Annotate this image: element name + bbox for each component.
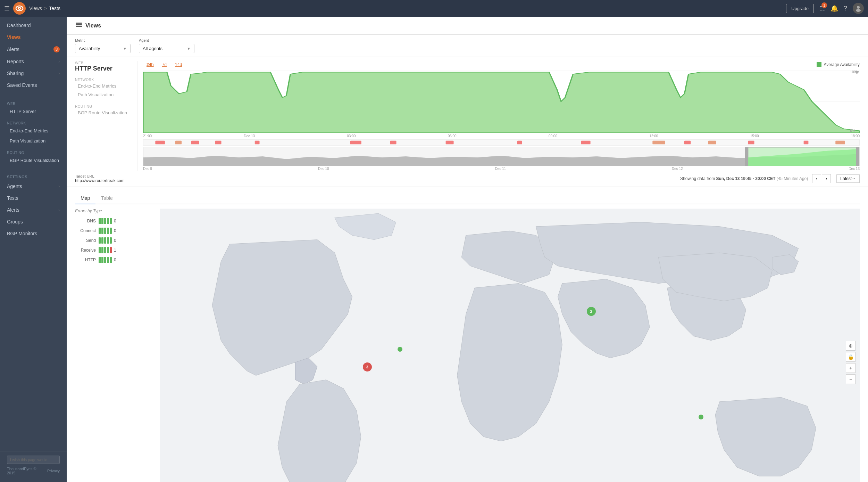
layers-icon [75,21,83,30]
error-bars-connect: 0 [99,228,116,234]
error-count-http: 0 [114,258,116,262]
error-bar [101,228,103,234]
svg-rect-19 [350,141,361,145]
svg-point-4 [857,6,860,9]
end-to-end-link[interactable]: End-to-End Metrics [75,82,132,90]
svg-rect-7 [76,24,82,25]
svg-rect-32 [856,147,859,166]
minimap-dates: Dec 9 Dec 10 Dec 11 Dec 12 Dec 13 [143,167,860,171]
time-btn-14d[interactable]: 14d [172,61,185,68]
svg-rect-26 [708,141,716,145]
error-row-dns: DNS 0 [75,216,151,226]
sidebar-item-tests[interactable]: Tests [0,192,67,204]
time-btn-7d[interactable]: 7d [159,61,170,68]
x-axis-labels: 21:00 Dec 13 03:00 06:00 09:00 12:00 15:… [143,134,860,138]
help-icon[interactable]: ? [844,5,847,12]
tab-table[interactable]: Table [95,193,118,204]
user-avatar[interactable] [853,3,864,14]
privacy-link[interactable]: Privacy [47,469,60,473]
error-name-receive: Receive [75,248,96,253]
agents-chevron-icon: › [58,184,60,188]
error-row-connect: Connect 0 [75,226,151,236]
sidebar: Dashboard Views Alerts 3 Reports › Shari… [0,17,67,482]
sidebar-item-views[interactable]: Views [0,31,67,43]
notification-badge: 1 [821,2,827,8]
svg-rect-29 [835,141,845,145]
chart-next-button[interactable]: › [822,174,831,183]
bell-icon[interactable]: 🔔 [831,5,838,12]
web-section-label: WEB [0,100,67,106]
error-bar [107,237,109,244]
sidebar-item-bgp-monitors[interactable]: BGP Monitors [0,228,67,239]
error-bar [104,247,106,253]
sidebar-item-path-visualization[interactable]: Path Visualization [0,136,67,146]
svg-rect-27 [748,141,754,145]
feedback-input[interactable] [7,456,60,464]
target-url-value: http://www.routerfreak.com [75,178,125,183]
breadcrumb-views[interactable]: Views [29,6,42,11]
agent-dropdown[interactable]: All agents ▼ [139,44,194,53]
map-lock-button[interactable]: 🔒 [846,352,856,362]
data-time-info: Showing data from Sun, Dec 13 19:45 - 20… [680,176,808,181]
error-bar [104,237,106,244]
sidebar-divider-1 [0,96,67,96]
controls-row: Metric Availability ▼ Agent All agents ▼ [67,35,868,57]
metric-dropdown[interactable]: Availability ▼ [75,44,131,53]
sidebar-divider-2 [0,169,67,169]
world-map-svg [160,209,860,482]
map-recenter-button[interactable]: ⊕ [846,341,856,351]
sidebar-item-sharing[interactable]: Sharing › [0,67,67,79]
path-vis-link[interactable]: Path Visualization [75,90,132,99]
time-btn-24h[interactable]: 24h [143,61,157,68]
errors-list: Errors by Type DNS 0 [75,209,151,482]
notifications-icon[interactable]: ☷ 1 [819,5,825,12]
sidebar-item-http-server[interactable]: HTTP Server [0,106,67,116]
sidebar-item-agents[interactable]: Agents › [0,180,67,192]
svg-rect-17 [215,141,221,145]
svg-rect-21 [446,141,454,145]
error-name-connect: Connect [75,228,96,233]
hamburger-icon[interactable]: ☰ [4,5,10,12]
error-bar [107,228,109,234]
sidebar-item-alerts[interactable]: Alerts 3 [0,43,67,56]
tab-map[interactable]: Map [75,193,95,204]
agent-dot-3[interactable]: 3 [363,362,372,371]
errors-title: Errors by Type [75,209,151,213]
svg-rect-25 [684,141,691,145]
error-bar [101,257,103,263]
sidebar-item-dashboard[interactable]: Dashboard [0,19,67,31]
routing-section-header: ROUTING [75,105,132,108]
error-bar [110,228,112,234]
app-logo [13,2,26,15]
target-row: Target URL http://www.routerfreak.com Sh… [67,171,868,187]
network-section-label: NETWORK [0,119,67,126]
page-header: Views [67,17,868,35]
metric-label: Metric [75,38,131,42]
map-zoom-out-button[interactable]: − [846,374,856,384]
latest-button[interactable]: Latest→ [836,174,860,183]
svg-rect-18 [255,141,260,145]
agent-control: Agent All agents ▼ [139,38,194,53]
upgrade-button[interactable]: Upgrade [786,4,814,13]
chart-prev-button[interactable]: ‹ [812,174,821,183]
legend-color-box [817,62,821,67]
bgp-route-link[interactable]: BGP Route Visualization [75,108,132,117]
errors-section: Errors by Type DNS 0 [75,209,860,482]
minimap[interactable] [143,147,860,166]
sidebar-item-reports[interactable]: Reports › [0,56,67,67]
svg-rect-14 [155,141,165,145]
sidebar-item-saved-events[interactable]: Saved Events [0,79,67,91]
sidebar-bottom: ThousandEyes © 2015 · Privacy [0,451,67,479]
sidebar-item-groups[interactable]: Groups [0,216,67,228]
agent-dot-2[interactable]: 2 [587,307,596,316]
error-bar [110,218,112,224]
error-bar [101,218,103,224]
sidebar-item-end-to-end[interactable]: End-to-End Metrics [0,126,67,136]
page-title: Views [85,23,101,29]
map-zoom-in-button[interactable]: + [846,363,856,373]
sidebar-item-bgp-route[interactable]: BGP Route Visualization [0,155,67,165]
error-bar [101,247,103,253]
svg-marker-13 [855,71,859,74]
sidebar-item-alerts-settings[interactable]: Alerts › [0,204,67,216]
map-controls: ⊕ 🔒 + − [846,341,856,384]
